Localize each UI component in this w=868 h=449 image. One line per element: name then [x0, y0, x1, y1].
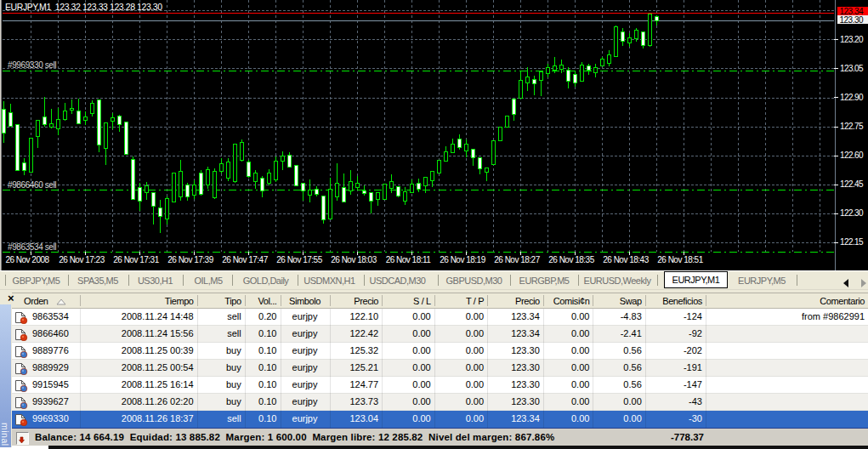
svg-text:#9866460 sell: #9866460 sell: [8, 180, 56, 190]
svg-text:26 Nov 17:47: 26 Nov 17:47: [222, 255, 268, 264]
svg-text:122.45: 122.45: [840, 179, 864, 189]
svg-text:26 Nov 18:11: 26 Nov 18:11: [386, 255, 432, 264]
svg-text:26 Nov 18:51: 26 Nov 18:51: [657, 255, 703, 264]
svg-text:122.75: 122.75: [840, 122, 864, 131]
svg-text:26 Nov 18:35: 26 Nov 18:35: [548, 255, 594, 264]
svg-text:123.30: 123.30: [840, 15, 865, 25]
svg-text:#9969330 sell: #9969330 sell: [8, 60, 56, 70]
svg-text:#9863534 sell: #9863534 sell: [8, 242, 56, 252]
svg-text:26 Nov 17:55: 26 Nov 17:55: [276, 255, 322, 264]
svg-text:26 Nov 18:03: 26 Nov 18:03: [331, 255, 377, 264]
svg-text:EURJPY,M1 123.32 123.33 123.2: EURJPY,M1 123.32 123.33 123.28 123.30: [5, 2, 162, 12]
svg-text:26 Nov 18:43: 26 Nov 18:43: [603, 255, 649, 264]
svg-text:122.90: 122.90: [840, 93, 864, 102]
svg-text:26 Nov 2008: 26 Nov 2008: [5, 255, 49, 264]
svg-text:26 Nov 17:31: 26 Nov 17:31: [113, 255, 159, 264]
svg-text:123.20: 123.20: [840, 35, 864, 44]
svg-text:26 Nov 17:23: 26 Nov 17:23: [59, 255, 105, 264]
svg-text:123.05: 123.05: [840, 64, 864, 73]
svg-text:26 Nov 17:39: 26 Nov 17:39: [167, 255, 213, 264]
svg-text:122.30: 122.30: [840, 208, 864, 218]
svg-text:122.15: 122.15: [840, 237, 864, 247]
svg-text:122.60: 122.60: [840, 151, 864, 160]
svg-text:26 Nov 18:27: 26 Nov 18:27: [494, 255, 540, 264]
svg-text:26 Nov 18:19: 26 Nov 18:19: [440, 255, 485, 264]
